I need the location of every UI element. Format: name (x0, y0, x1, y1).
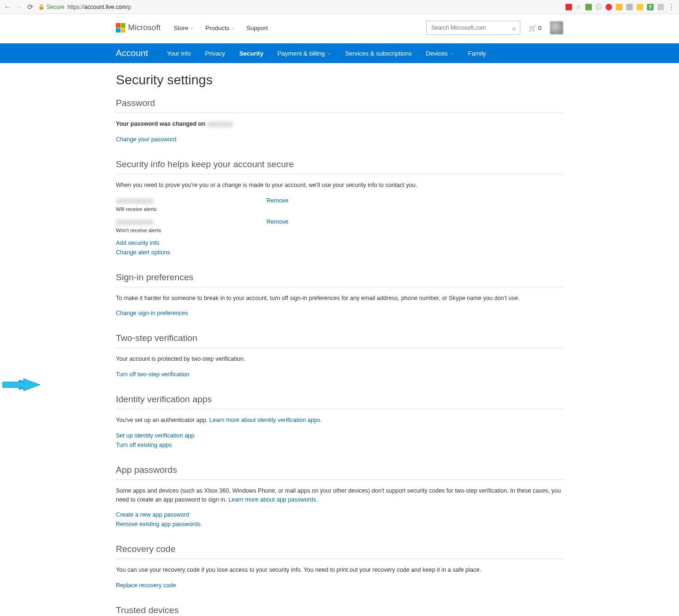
section-title: App passwords (116, 465, 563, 480)
cart-count: 0 (538, 24, 542, 32)
security-info-item: xxxxxxxxxx Remove Won't receive alerts (116, 219, 563, 233)
extension-icon[interactable] (566, 4, 572, 10)
nav-services-subscriptions[interactable]: Services & subscriptions (345, 50, 412, 57)
create-app-password-link[interactable]: Create a new app password (116, 511, 563, 518)
change-alert-options-link[interactable]: Change alert options (116, 249, 563, 256)
search-placeholder: Search Microsoft.com (431, 24, 486, 31)
chevron-down-icon: ⌄ (190, 25, 194, 30)
security-info-item: xxxxxxxxxx Remove Will receive alerts (116, 197, 563, 212)
section-security-info: Security info helps keep your account se… (116, 159, 563, 256)
extension-icon[interactable] (606, 4, 612, 10)
setup-identity-app-link[interactable]: Set up identity verification app (116, 432, 563, 439)
recovery-body: You can use your recovery code if you lo… (116, 566, 563, 575)
redacted-date: xxxxxxx (207, 122, 233, 127)
browser-extensions: ☆ ⓘ $ ⋮ (566, 2, 675, 11)
url-text: https://account.live.com/p (67, 4, 131, 10)
extension-icon[interactable] (637, 4, 643, 10)
extension-icon[interactable] (616, 4, 622, 10)
star-icon[interactable]: ☆ (576, 3, 582, 10)
browser-toolbar: ← → ⟳ 🔒 Secure https://account.live.com/… (0, 0, 679, 14)
identity-body: You've set up an authenticator app. Lear… (116, 416, 563, 425)
avatar[interactable] (550, 21, 563, 34)
section-title: Recovery code (116, 544, 563, 559)
section-title: Password (116, 98, 563, 113)
top-nav-products[interactable]: Products⌄ (205, 24, 235, 32)
extension-icon[interactable]: $ (647, 4, 654, 10)
section-two-step: Two-step verification Your account is pr… (116, 333, 563, 378)
microsoft-logo[interactable]: Microsoft (116, 23, 161, 32)
cart-button[interactable]: 🛒 0 (529, 24, 542, 32)
lock-icon: 🔒 (38, 4, 45, 10)
section-trusted-devices: Trusted devices On your trusted devices,… (116, 605, 563, 616)
cart-icon: 🛒 (529, 24, 536, 32)
account-nav-bar: Account Your info Privacy Security Payme… (0, 43, 679, 63)
forward-button[interactable]: → (15, 3, 23, 11)
replace-recovery-code-link[interactable]: Replace recovery code (116, 582, 563, 589)
section-identity-apps: Identity verification apps You've set up… (116, 394, 563, 448)
remove-app-passwords-link[interactable]: Remove existing app passwords (116, 521, 563, 527)
top-nav: Store⌄ Products⌄ Support (174, 24, 268, 32)
signin-body: To make it harder for someone to break i… (116, 294, 563, 303)
section-recovery-code: Recovery code You can use your recovery … (116, 544, 563, 589)
nav-your-info[interactable]: Your info (167, 50, 191, 57)
back-button[interactable]: ← (4, 3, 11, 11)
nav-security[interactable]: Security (239, 50, 263, 57)
reload-button[interactable]: ⟳ (27, 3, 33, 11)
change-password-link[interactable]: Change your password (116, 136, 563, 143)
section-title: Identity verification apps (116, 394, 563, 409)
add-security-info-link[interactable]: Add security info (116, 240, 563, 246)
change-signin-preferences-link[interactable]: Change sign-in preferences (116, 310, 563, 316)
redacted-contact: xxxxxxxxxx (116, 219, 154, 225)
alert-status: Won't receive alerts (116, 227, 563, 233)
secure-indicator: 🔒 Secure (38, 4, 65, 10)
section-title: Trusted devices (116, 605, 563, 616)
secure-label: Secure (47, 4, 65, 10)
password-changed-text: Your password was changed on xxxxxxx (116, 120, 563, 129)
nav-family[interactable]: Family (468, 50, 486, 57)
main-content: Security settings Password Your password… (116, 63, 563, 616)
twostep-body: Your account is protected by two-step ve… (116, 355, 563, 364)
section-title: Security info helps keep your account se… (116, 159, 563, 174)
section-title: Two-step verification (116, 333, 563, 348)
search-icon[interactable]: ⌕ (512, 24, 516, 32)
logo-text: Microsoft (128, 23, 161, 32)
section-signin-preferences: Sign-in preferences To make it harder fo… (116, 272, 563, 317)
section-password: Password Your password was changed on xx… (116, 98, 563, 143)
remove-link[interactable]: Remove (267, 197, 289, 204)
learn-app-passwords-link[interactable]: Learn more about app passwords. (228, 495, 318, 504)
top-nav-store[interactable]: Store⌄ (174, 24, 194, 32)
site-header: Microsoft Store⌄ Products⌄ Support Searc… (116, 14, 563, 39)
apppass-body: Some apps and devices (such as Xbox 360,… (116, 486, 563, 504)
alert-status: Will receive alerts (116, 206, 563, 212)
redacted-contact: xxxxxxxxxx (116, 198, 154, 204)
nav-arrows: ← → (4, 3, 23, 11)
browser-menu-icon[interactable]: ⋮ (668, 2, 675, 11)
microsoft-logo-icon (116, 23, 125, 32)
learn-identity-apps-link[interactable]: Learn more about identity verification a… (210, 416, 322, 425)
top-nav-support[interactable]: Support (246, 24, 268, 32)
info-icon[interactable]: ⓘ (596, 3, 602, 11)
extension-icon[interactable] (657, 4, 664, 10)
turn-off-existing-apps-link[interactable]: Turn off existing apps (116, 442, 563, 448)
security-info-body: When you need to prove you're you or a c… (116, 181, 563, 190)
chevron-down-icon: ⌄ (450, 51, 454, 56)
nav-privacy[interactable]: Privacy (205, 50, 226, 57)
chevron-down-icon: ⌄ (327, 51, 331, 56)
address-bar[interactable]: 🔒 Secure https://account.live.com/p (38, 4, 561, 10)
extension-icon[interactable] (585, 4, 592, 10)
remove-link[interactable]: Remove (267, 219, 289, 225)
page-title: Security settings (116, 73, 563, 88)
nav-devices[interactable]: Devices⌄ (426, 50, 454, 57)
section-title: Sign-in preferences (116, 272, 563, 287)
account-title[interactable]: Account (116, 48, 148, 58)
turn-off-two-step-link[interactable]: Turn off two-step verification (116, 371, 563, 378)
section-app-passwords: App passwords Some apps and devices (suc… (116, 465, 563, 528)
nav-payment-billing[interactable]: Payment & billing⌄ (277, 50, 331, 57)
search-input[interactable]: Search Microsoft.com ⌕ (426, 21, 520, 35)
annotation-arrow (2, 378, 40, 392)
extension-icon[interactable] (626, 4, 633, 10)
chevron-down-icon: ⌄ (231, 25, 235, 30)
